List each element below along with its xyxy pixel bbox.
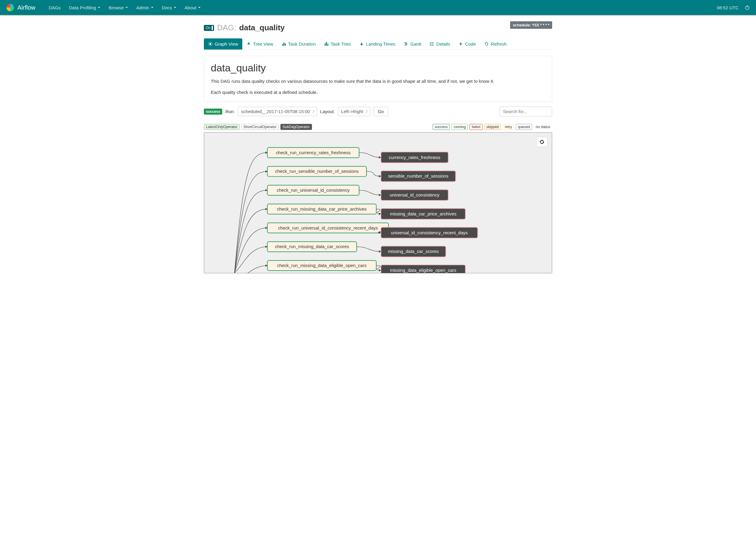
svg-line-10 [209,45,209,45]
task-node-subdag[interactable]: missing_data_car_scores [381,246,446,257]
svg-line-8 [211,45,212,45]
panel-paragraph-2: Each quality check is executed at a defi… [211,89,545,96]
state-running: running [451,124,468,130]
svg-text:currency_rates_freshness: currency_rates_freshness [389,155,440,160]
layout-label: Layout: [320,109,335,114]
top-navbar: Airflow DAGs Data Profiling Browse Admin… [0,0,756,16]
svg-rect-15 [326,42,327,46]
panel-title: data_quality [211,62,545,74]
tab-gantt[interactable]: Gantt [400,38,426,49]
tab-task-tries[interactable]: Task Tries [320,38,355,49]
task-node-subdag[interactable]: missing_data_eligible_open_cars [381,265,465,273]
task-node-check[interactable]: check_run_sensible_number_of_sessions [267,166,366,177]
svg-point-24 [430,45,431,46]
nav-item-about[interactable]: About [181,0,205,15]
svg-rect-13 [285,43,286,45]
caret-icon [151,7,153,8]
svg-line-7 [209,42,209,43]
dag-graph-svg: check_run_currency_rates_freshnesscurren… [204,133,552,273]
task-node-check[interactable]: check_run_missing_data_car_price_archive… [267,204,376,214]
task-node-subdag[interactable]: missing_data_car_price_archives [381,209,465,219]
svg-rect-23 [431,44,434,44]
nav-item-browse[interactable]: Browse [104,0,132,15]
run-select[interactable]: scheduled__2017-11-05T08:15:00 [238,107,317,116]
tab-landing-times[interactable]: Landing Times [355,38,400,49]
tab-details[interactable]: Details [425,38,454,49]
svg-rect-17 [404,42,407,43]
svg-rect-25 [431,45,434,45]
svg-text:universal_id_consistency_recen: universal_id_consistency_recent_days [391,230,467,235]
tab-refresh[interactable]: Refresh [480,38,511,49]
brand-text: Airflow [17,4,35,11]
panel-paragraph-1: This DAG runs data quality checks on var… [211,78,545,85]
go-button[interactable]: Go [373,107,388,116]
operator-subdag: SubDagOperator [281,124,312,130]
task-node-check[interactable]: check_run_universal_id_consistency [267,185,359,195]
bar-chart-icon [282,42,286,46]
task-node-subdag[interactable]: universal_id_consistency [381,189,448,200]
caret-icon [198,7,201,8]
plane-icon [359,42,364,46]
svg-text:check_run_currency_rates_fresh: check_run_currency_rates_freshness [276,150,351,155]
tab-graph-view[interactable]: Graph View [204,38,242,49]
svg-rect-16 [327,44,328,46]
svg-rect-19 [405,45,407,45]
clock-text: 08:52 UTC [717,5,739,10]
svg-line-9 [211,42,212,43]
search-input[interactable] [500,107,552,116]
task-node-subdag[interactable]: sensible_number_of_sessions [381,171,455,181]
run-label: Run: [225,109,235,114]
svg-text:check_run_sensible_number_of_s: check_run_sensible_number_of_sessions [275,169,359,174]
task-node-check[interactable]: check_run_missing_data_car_scores [267,242,357,252]
legend-row: LatestOnlyOperator ShortCircuitOperator … [204,124,552,130]
gantt-icon [404,42,408,46]
description-panel: data_quality This DAG runs data quality … [204,56,552,102]
tab-label: Landing Times [366,41,396,46]
graph-refresh-button[interactable] [536,137,548,147]
dag-header: On DAG: data_quality schedule: */15 * * … [204,23,552,32]
tab-task-duration[interactable]: Task Duration [278,38,320,49]
power-icon[interactable] [745,5,750,10]
stack-chart-icon [324,42,329,46]
list-icon [430,42,434,46]
dag-toggle[interactable]: On [204,25,214,31]
layout-select[interactable]: Left->Right [338,107,370,116]
airflow-logo-icon [6,3,14,12]
state-queued: queued [516,124,532,130]
svg-text:sensible_number_of_sessions: sensible_number_of_sessions [388,173,449,178]
task-node-subdag[interactable]: currency_rates_freshness [381,152,448,163]
task-node-check[interactable]: check_run_currency_rates_freshness [267,148,359,158]
brand-logo[interactable]: Airflow [6,3,35,12]
task-node-check[interactable]: check_run_universal_id_consistency_recen… [267,223,389,233]
schedule-badge: schedule: */15 * * * * [510,21,552,29]
tab-label: Task Duration [288,41,316,46]
state-no-status: no status [534,124,552,130]
refresh-icon [484,42,489,46]
task-node-check[interactable]: check_run_missing_data_eligible_open_car… [267,260,376,271]
nav-item-admin[interactable]: Admin [132,0,157,15]
nav-item-data-profiling[interactable]: Data Profiling [65,0,104,15]
svg-rect-12 [284,42,284,46]
caret-icon [174,7,176,8]
svg-rect-11 [282,44,283,46]
nav-item-docs[interactable]: Docs [157,0,181,15]
nav-item-dags[interactable]: DAGs [44,0,65,15]
tab-label: Refresh [491,41,507,46]
operator-latest-only: LatestOnlyOperator [204,124,240,130]
tab-label: Gantt [410,41,422,46]
graph-area[interactable]: check_run_currency_rates_freshnesscurren… [204,132,552,273]
tab-label: Task Tries [331,41,351,46]
tree-icon [246,42,251,46]
svg-point-2 [210,43,211,45]
tab-code[interactable]: Code [454,38,480,49]
refresh-icon [539,139,545,145]
svg-point-20 [430,42,431,43]
state-skipped: skipped [484,124,501,130]
svg-text:missing_data_car_price_archive: missing_data_car_price_archives [390,211,456,216]
svg-text:missing_data_car_scores: missing_data_car_scores [388,249,439,254]
tab-tree-view[interactable]: Tree View [242,38,278,49]
task-node-subdag[interactable]: universal_id_consistency_recent_days [381,228,478,238]
tab-label: Code [465,41,476,46]
svg-rect-18 [405,43,407,44]
svg-text:check_run_universal_id_consist: check_run_universal_id_consistency [277,187,350,192]
